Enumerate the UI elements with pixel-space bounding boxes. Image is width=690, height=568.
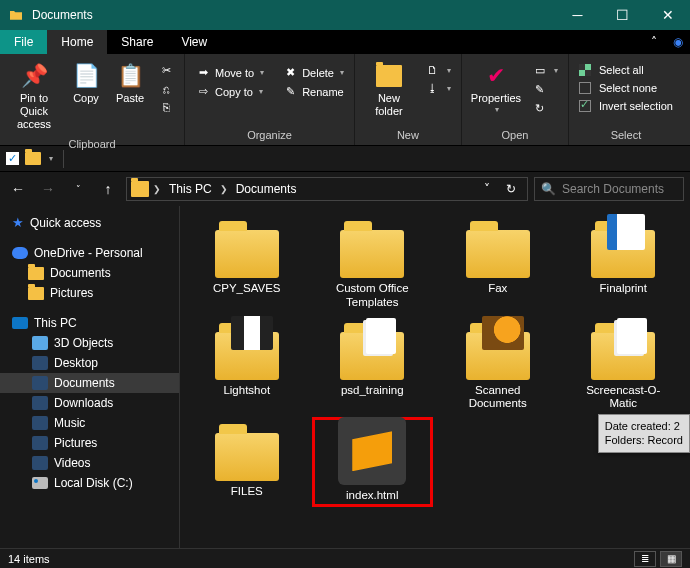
select-none-button[interactable]: Select none — [575, 80, 677, 96]
file-item-index-html[interactable]: index.html — [314, 419, 432, 505]
new-item-button[interactable]: 🗋▾ — [421, 62, 455, 78]
item-count: 14 items — [8, 553, 50, 565]
edit-button[interactable]: ✎ — [528, 81, 562, 98]
sidebar-desktop[interactable]: Desktop — [0, 353, 179, 373]
address-bar[interactable]: ❯ This PC ❯ Documents ˅ ↻ — [126, 177, 528, 201]
videos-icon — [32, 456, 48, 470]
folder-item[interactable]: Scanned Documents — [439, 318, 557, 412]
ribbon-collapse-button[interactable]: ˄ — [642, 30, 666, 54]
select-none-icon — [579, 82, 591, 94]
ribbon-group-open: ✔ Properties ▾ ▭▾ ✎ ↻ Open — [462, 54, 569, 145]
folder-item[interactable]: Finalprint — [565, 216, 683, 310]
forward-button[interactable]: → — [36, 177, 60, 201]
new-folder-button[interactable]: New folder — [361, 58, 417, 122]
sidebar-pictures[interactable]: Pictures — [0, 433, 179, 453]
maximize-button[interactable]: ☐ — [600, 0, 645, 30]
invert-selection-icon — [579, 100, 591, 112]
easy-access-icon: ⭳ — [425, 82, 441, 94]
easy-access-button[interactable]: ⭳▾ — [421, 80, 455, 96]
sidebar-videos[interactable]: Videos — [0, 453, 179, 473]
address-dropdown-button[interactable]: ˅ — [475, 178, 499, 200]
open-icon: ▭ — [532, 64, 548, 77]
folder-app-icon — [8, 7, 24, 23]
sidebar-3d-objects[interactable]: 3D Objects — [0, 333, 179, 353]
pin-to-quick-access-button[interactable]: 📌 Pin to Quick access — [6, 58, 62, 136]
up-button[interactable]: ↑ — [96, 177, 120, 201]
crumb-sep-icon[interactable]: ❯ — [153, 184, 161, 194]
navigation-bar: ← → ˅ ↑ ❯ This PC ❯ Documents ˅ ↻ 🔍 Sear… — [0, 172, 690, 206]
new-item-icon: 🗋 — [425, 64, 441, 76]
folder-item[interactable]: Custom Office Templates — [314, 216, 432, 310]
folder-item[interactable]: FILES — [188, 419, 306, 505]
qat-dropdown[interactable]: ▾ — [49, 154, 53, 163]
invert-selection-button[interactable]: Invert selection — [575, 98, 677, 114]
folder-icon — [340, 230, 404, 278]
cut-button[interactable]: ✂ — [154, 62, 178, 79]
folder-item[interactable]: CPY_SAVES — [188, 216, 306, 310]
folder-icon — [466, 230, 530, 278]
tab-share[interactable]: Share — [107, 30, 167, 54]
file-view[interactable]: CPY_SAVES Custom Office Templates Fax Fi… — [180, 206, 690, 548]
sidebar-this-pc[interactable]: This PC — [0, 313, 179, 333]
sidebar-local-disk-c[interactable]: Local Disk (C:) — [0, 473, 179, 493]
paste-button[interactable]: 📋 Paste — [110, 58, 150, 109]
tab-home[interactable]: Home — [47, 30, 107, 54]
rename-button[interactable]: ✎Rename — [278, 83, 348, 100]
navigation-sidebar: ★Quick access OneDrive - Personal Docume… — [0, 206, 180, 548]
crumb-documents[interactable]: Documents — [232, 182, 301, 196]
pin-icon: 📌 — [20, 62, 48, 90]
star-icon: ★ — [12, 215, 24, 230]
delete-button[interactable]: ✖Delete▾ — [278, 64, 348, 81]
titlebar: Documents ─ ☐ ✕ — [0, 0, 690, 30]
search-box[interactable]: 🔍 Search Documents — [534, 177, 684, 201]
icons-view-button[interactable]: ▦ — [660, 551, 682, 567]
help-button[interactable]: ◉ — [666, 30, 690, 54]
sidebar-onedrive[interactable]: OneDrive - Personal — [0, 243, 179, 263]
open-button[interactable]: ▭▾ — [528, 62, 562, 79]
tab-file[interactable]: File — [0, 30, 47, 54]
copy-to-button[interactable]: ⇨Copy to▾ — [191, 83, 268, 100]
sidebar-music[interactable]: Music — [0, 413, 179, 433]
move-to-button[interactable]: ➡Move to▾ — [191, 64, 268, 81]
ribbon: 📌 Pin to Quick access 📄 Copy 📋 Paste ✂ ⎌… — [0, 54, 690, 146]
qat-folder-icon[interactable] — [25, 152, 41, 165]
crumb-sep-icon[interactable]: ❯ — [220, 184, 228, 194]
paste-shortcut-button[interactable]: ⎘ — [154, 99, 178, 115]
properties-button[interactable]: ✔ Properties ▾ — [468, 58, 524, 118]
folder-item[interactable]: Fax — [439, 216, 557, 310]
status-bar: 14 items ≣ ▦ — [0, 548, 690, 568]
folder-icon — [28, 267, 44, 280]
sidebar-onedrive-documents[interactable]: Documents — [0, 263, 179, 283]
pictures-icon — [32, 436, 48, 450]
window-title: Documents — [32, 8, 555, 22]
folder-icon — [591, 332, 655, 380]
folder-item[interactable]: Lightshot — [188, 318, 306, 412]
sidebar-downloads[interactable]: Downloads — [0, 393, 179, 413]
folder-item[interactable]: psd_training — [314, 318, 432, 412]
sidebar-quick-access[interactable]: ★Quick access — [0, 212, 179, 233]
sidebar-documents[interactable]: Documents — [0, 373, 179, 393]
minimize-button[interactable]: ─ — [555, 0, 600, 30]
recent-locations-button[interactable]: ˅ — [66, 177, 90, 201]
refresh-button[interactable]: ↻ — [499, 178, 523, 200]
toggle-checkbox[interactable]: ✓ — [6, 152, 19, 165]
folder-icon — [591, 230, 655, 278]
copy-path-button[interactable]: ⎌ — [154, 81, 178, 97]
desktop-icon — [32, 356, 48, 370]
search-placeholder: Search Documents — [562, 182, 664, 196]
copy-button[interactable]: 📄 Copy — [66, 58, 106, 109]
back-button[interactable]: ← — [6, 177, 30, 201]
details-view-button[interactable]: ≣ — [634, 551, 656, 567]
folder-item[interactable]: Screencast-O-Matic — [565, 318, 683, 412]
select-all-button[interactable]: Select all — [575, 62, 677, 78]
tooltip: Date created: 2 Folders: Record — [598, 414, 690, 453]
tab-view[interactable]: View — [167, 30, 221, 54]
sidebar-onedrive-pictures[interactable]: Pictures — [0, 283, 179, 303]
sublime-text-icon — [338, 417, 406, 485]
crumb-this-pc[interactable]: This PC — [165, 182, 216, 196]
folder-icon — [466, 332, 530, 380]
history-button[interactable]: ↻ — [528, 100, 562, 117]
ribbon-group-organize: ➡Move to▾ ⇨Copy to▾ ✖Delete▾ ✎Rename Org… — [185, 54, 355, 145]
close-button[interactable]: ✕ — [645, 0, 690, 30]
delete-icon: ✖ — [282, 66, 298, 79]
